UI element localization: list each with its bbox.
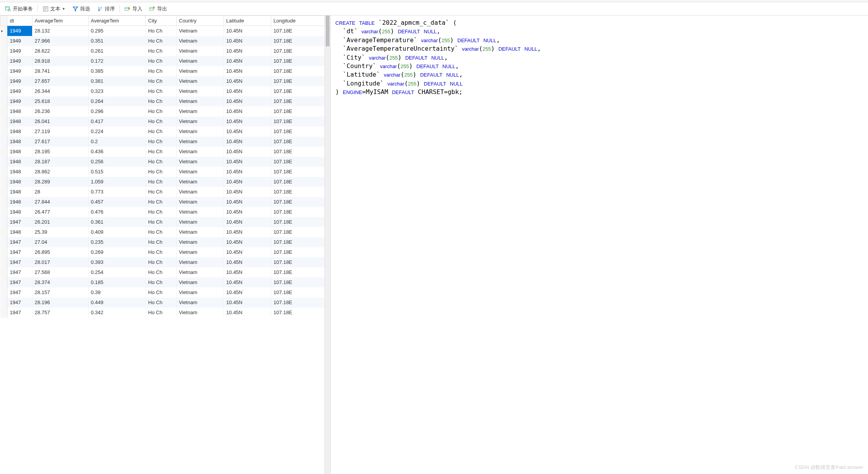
table-cell[interactable]: 0.323 (88, 86, 145, 96)
table-cell[interactable]: 0.351 (88, 36, 145, 46)
table-cell[interactable]: Ho Ch (146, 227, 176, 237)
table-cell[interactable]: Ho Ch (146, 237, 176, 247)
table-cell[interactable]: Vietnam (176, 197, 224, 207)
table-cell[interactable]: 28.757 (32, 308, 88, 318)
table-row[interactable]: 194828.2891.059Ho ChVietnam10.45N107.18E (0, 177, 330, 187)
table-cell[interactable]: 107.18E (271, 36, 330, 46)
table-cell[interactable]: Vietnam (176, 247, 224, 257)
table-cell[interactable]: Ho Ch (146, 66, 176, 76)
scrollbar-thumb[interactable] (326, 15, 330, 46)
table-cell[interactable]: 0.295 (88, 26, 145, 36)
table-cell[interactable]: Vietnam (176, 76, 224, 86)
table-cell[interactable]: 0.254 (88, 267, 145, 277)
table-cell[interactable]: 1949 (7, 66, 32, 76)
table-cell[interactable]: 26.477 (32, 207, 88, 217)
table-row[interactable]: ▸194928.1320.295Ho ChVietnam10.45N107.18… (0, 26, 330, 36)
sort-button[interactable]: 排序 (94, 4, 118, 14)
table-cell[interactable]: 0.264 (88, 96, 145, 106)
table-cell[interactable]: 1947 (7, 237, 32, 247)
table-cell[interactable]: 107.18E (271, 177, 330, 187)
table-row[interactable]: 194927.6570.381Ho ChVietnam10.45N107.18E (0, 76, 330, 86)
table-cell[interactable]: Ho Ch (146, 127, 176, 137)
table-cell[interactable]: 0.417 (88, 116, 145, 127)
table-cell[interactable]: 107.18E (271, 137, 330, 147)
table-cell[interactable]: 107.18E (271, 127, 330, 137)
table-cell[interactable]: 107.18E (271, 76, 330, 86)
table-row[interactable]: 194728.3740.185Ho ChVietnam10.45N107.18E (0, 277, 330, 287)
table-cell[interactable]: 25.39 (32, 227, 88, 237)
table-cell[interactable]: 10.45N (224, 287, 271, 298)
table-cell[interactable]: Vietnam (176, 36, 224, 46)
table-cell[interactable]: Ho Ch (146, 46, 176, 56)
table-cell[interactable]: 26.895 (32, 247, 88, 257)
table-cell[interactable]: 107.18E (271, 106, 330, 116)
table-cell[interactable]: 28.918 (32, 56, 88, 66)
table-cell[interactable]: 28.132 (32, 26, 88, 36)
table-cell[interactable]: 107.18E (271, 247, 330, 257)
table-cell[interactable]: Ho Ch (146, 197, 176, 207)
table-cell[interactable]: 107.18E (271, 308, 330, 318)
table-cell[interactable]: Ho Ch (146, 277, 176, 287)
column-header[interactable]: dt (7, 16, 32, 26)
table-row[interactable]: 194928.6220.261Ho ChVietnam10.45N107.18E (0, 46, 330, 56)
table-cell[interactable]: Vietnam (176, 308, 224, 318)
table-cell[interactable]: 1949 (7, 46, 32, 56)
table-cell[interactable]: 0.256 (88, 157, 145, 167)
table-cell[interactable]: 28.017 (32, 257, 88, 267)
table-row[interactable]: 194826.4770.476Ho ChVietnam10.45N107.18E (0, 207, 330, 217)
table-cell[interactable]: 1948 (7, 177, 32, 187)
table-row[interactable]: 194826.2360.296Ho ChVietnam10.45N107.18E (0, 106, 330, 116)
table-cell[interactable]: 1948 (7, 157, 32, 167)
table-cell[interactable]: Vietnam (176, 287, 224, 298)
table-cell[interactable]: 10.45N (224, 96, 271, 106)
table-cell[interactable]: 107.18E (271, 96, 330, 106)
table-cell[interactable]: 27.966 (32, 36, 88, 46)
table-cell[interactable]: 10.45N (224, 257, 271, 267)
table-cell[interactable]: 1948 (7, 197, 32, 207)
table-cell[interactable]: 1.059 (88, 177, 145, 187)
table-cell[interactable]: Ho Ch (146, 177, 176, 187)
table-cell[interactable]: 10.45N (224, 36, 271, 46)
table-cell[interactable]: 107.18E (271, 46, 330, 56)
table-cell[interactable]: Ho Ch (146, 147, 176, 157)
table-row[interactable]: 194726.2010.361Ho ChVietnam10.45N107.18E (0, 217, 330, 227)
table-cell[interactable]: 25.618 (32, 96, 88, 106)
table-cell[interactable]: Vietnam (176, 66, 224, 76)
table-cell[interactable]: 0.476 (88, 207, 145, 217)
table-cell[interactable]: Ho Ch (146, 36, 176, 46)
table-cell[interactable]: Ho Ch (146, 207, 176, 217)
table-row[interactable]: 194825.390.409Ho ChVietnam10.45N107.18E (0, 227, 330, 237)
table-cell[interactable]: 107.18E (271, 147, 330, 157)
table-cell[interactable]: Vietnam (176, 106, 224, 116)
table-cell[interactable]: 1949 (7, 56, 32, 66)
column-header[interactable]: AverageTem (32, 16, 88, 26)
table-cell[interactable]: 1948 (7, 227, 32, 237)
table-cell[interactable]: Vietnam (176, 137, 224, 147)
table-cell[interactable]: 10.45N (224, 137, 271, 147)
table-cell[interactable]: Ho Ch (146, 116, 176, 127)
table-cell[interactable]: 0.773 (88, 187, 145, 197)
table-row[interactable]: 194726.8950.269Ho ChVietnam10.45N107.18E (0, 247, 330, 257)
table-cell[interactable]: 1949 (7, 96, 32, 106)
table-cell[interactable]: Ho Ch (146, 257, 176, 267)
table-cell[interactable]: Ho Ch (146, 217, 176, 227)
data-grid[interactable]: dtAverageTemAverageTemCityCountryLatitud… (0, 15, 330, 318)
table-cell[interactable]: 10.45N (224, 237, 271, 247)
table-cell[interactable]: 28.195 (32, 147, 88, 157)
table-cell[interactable]: 10.45N (224, 277, 271, 287)
begin-transaction-button[interactable]: 开始事务 (2, 4, 36, 14)
table-cell[interactable]: Ho Ch (146, 26, 176, 36)
table-cell[interactable]: Ho Ch (146, 308, 176, 318)
table-cell[interactable]: 10.45N (224, 167, 271, 177)
table-row[interactable]: 194827.1190.224Ho ChVietnam10.45N107.18E (0, 127, 330, 137)
filter-button[interactable]: 筛选 (69, 4, 93, 14)
table-cell[interactable]: 26.201 (32, 217, 88, 227)
table-cell[interactable]: 10.45N (224, 247, 271, 257)
table-cell[interactable]: 10.45N (224, 106, 271, 116)
table-cell[interactable]: Ho Ch (146, 157, 176, 167)
table-row[interactable]: 194727.040.235Ho ChVietnam10.45N107.18E (0, 237, 330, 247)
table-cell[interactable]: 0.261 (88, 46, 145, 56)
table-cell[interactable]: 1949 (7, 76, 32, 86)
table-cell[interactable]: 107.18E (271, 116, 330, 127)
table-cell[interactable]: Ho Ch (146, 187, 176, 197)
